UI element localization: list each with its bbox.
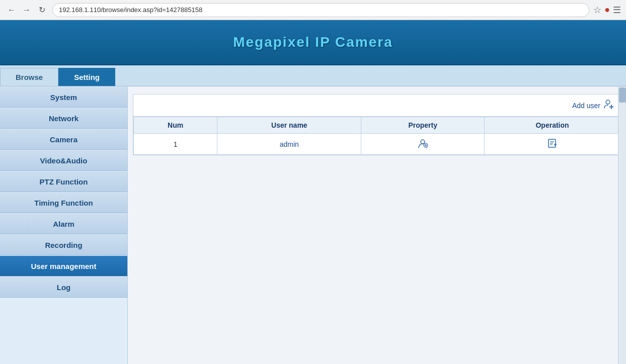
table-row: 1 admin (134, 134, 620, 155)
add-user-row: Add user (133, 95, 620, 117)
main-layout: System Network Camera Video&Audio PTZ Fu… (0, 86, 626, 364)
cell-operation[interactable] (485, 134, 620, 155)
star-icon[interactable]: ☆ (593, 5, 601, 16)
tab-bar: Browse Setting (0, 65, 626, 86)
scroll-indicator[interactable] (618, 86, 626, 364)
col-num: Num (134, 117, 217, 134)
cell-num: 1 (134, 134, 217, 155)
browser-icons: ☆ ● ☰ (593, 5, 621, 16)
tab-setting[interactable]: Setting (58, 68, 115, 86)
user-table: Num User name Property Operation 1 admin (133, 117, 620, 155)
back-button[interactable]: ← (5, 4, 18, 17)
col-operation: Operation (485, 117, 620, 134)
scroll-thumb (619, 87, 626, 103)
sidebar-item-recording[interactable]: Recording (0, 234, 127, 255)
user-table-container: Add user Num User name Propert (133, 94, 621, 155)
sidebar-item-user-management[interactable]: User management (0, 255, 127, 277)
app-header: Megapixel IP Camera (0, 20, 626, 65)
nav-buttons: ← → ↻ (5, 4, 48, 17)
url-text: 192.168.1.110/browse/index.asp?id=142788… (59, 6, 202, 14)
reload-button[interactable]: ↻ (35, 4, 48, 17)
cell-property (361, 134, 485, 155)
sidebar-item-camera[interactable]: Camera (0, 129, 127, 150)
sidebar: System Network Camera Video&Audio PTZ Fu… (0, 86, 128, 364)
sidebar-item-alarm[interactable]: Alarm (0, 213, 127, 234)
cell-username: admin (217, 134, 361, 155)
tab-browse[interactable]: Browse (0, 68, 58, 86)
sidebar-item-log[interactable]: Log (0, 277, 127, 298)
sidebar-item-timing-function[interactable]: Timing Function (0, 192, 127, 213)
sidebar-item-video-audio[interactable]: Video&Audio (0, 150, 127, 171)
col-property: Property (361, 117, 485, 134)
content-area: Add user Num User name Propert (128, 86, 626, 364)
add-user-label: Add user (572, 102, 600, 110)
add-user-icon[interactable] (603, 99, 614, 112)
col-username: User name (217, 117, 361, 134)
sidebar-item-network[interactable]: Network (0, 108, 127, 129)
menu-icon[interactable]: ☰ (613, 5, 621, 16)
edit-icon[interactable] (547, 142, 558, 150)
table-header-row: Num User name Property Operation (134, 117, 620, 134)
browser-chrome: ← → ↻ 192.168.1.110/browse/index.asp?id=… (0, 0, 626, 20)
forward-button[interactable]: → (20, 4, 33, 17)
sidebar-item-ptz-function[interactable]: PTZ Function (0, 171, 127, 192)
app-title: Megapixel IP Camera (233, 34, 393, 50)
stop-icon[interactable]: ● (604, 5, 610, 15)
property-icon (417, 142, 428, 150)
svg-point-0 (606, 100, 610, 104)
svg-point-3 (421, 140, 425, 144)
sidebar-item-system[interactable]: System (0, 86, 127, 108)
address-bar[interactable]: 192.168.1.110/browse/index.asp?id=142788… (52, 3, 589, 17)
